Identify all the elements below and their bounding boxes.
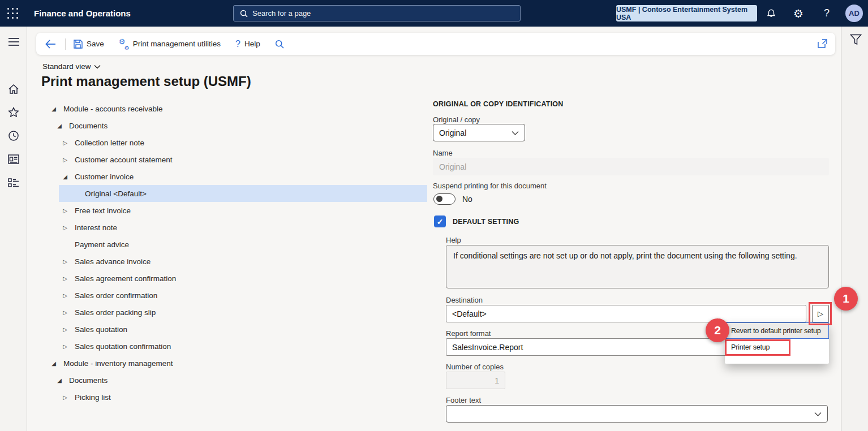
app-launcher-icon[interactable] <box>7 8 19 19</box>
original-copy-label: Original / copy <box>433 115 480 124</box>
context-menu-item[interactable]: Revert to default printer setup <box>725 322 829 339</box>
suspend-printing-value: No <box>462 195 472 204</box>
home-icon[interactable] <box>0 79 27 98</box>
tree-item-label: Sales advance invoice <box>75 257 151 266</box>
tree-item[interactable]: Original <Default> <box>59 185 427 202</box>
default-setting-checkbox[interactable]: ✓ <box>434 215 446 227</box>
chevron-down-icon <box>94 64 101 69</box>
workspaces-icon[interactable] <box>0 149 27 169</box>
destination-flyout-button[interactable]: ▷ <box>812 305 829 322</box>
tree-item[interactable]: ▷Interest note <box>59 219 427 236</box>
print-management-setup-screen: Finance and Operations Search for a page… <box>0 0 868 431</box>
tree-item-label: Customer invoice <box>75 173 134 181</box>
tree-collapsed-icon[interactable]: ▷ <box>61 140 69 146</box>
tree-item-label: Interest note <box>75 223 117 232</box>
recent-clock-icon[interactable] <box>0 126 27 145</box>
suspend-printing-label: Suspend printing for this document <box>433 182 547 190</box>
tree-item[interactable]: ◢Documents <box>59 117 427 134</box>
tree-item[interactable]: ▷Sales agreement confirmation <box>59 270 427 287</box>
tree-item[interactable]: ◢Module - accounts receivable <box>59 100 427 117</box>
help-question-icon[interactable]: ? <box>818 0 835 27</box>
open-in-new-window-icon[interactable] <box>818 39 827 48</box>
suspend-printing-toggle[interactable] <box>433 193 456 205</box>
toolbar-divider <box>65 38 66 50</box>
tree-collapsed-icon[interactable]: ▷ <box>61 394 69 400</box>
report-format-label: Report format <box>446 329 491 338</box>
navigation-rail <box>0 27 27 431</box>
save-button-label: Save <box>87 40 104 48</box>
hamburger-menu-icon[interactable] <box>0 32 27 51</box>
tree-expanded-icon[interactable]: ◢ <box>55 377 63 383</box>
tree-item-label: Picking list <box>75 393 111 402</box>
filter-pane-divider <box>841 27 841 431</box>
user-avatar[interactable]: AD <box>845 5 863 22</box>
utilities-button-label: Print management utilities <box>133 40 221 48</box>
print-management-utilities-button[interactable]: ⚙⚙ Print management utilities <box>119 39 221 49</box>
company-selector-button[interactable]: USMF | Contoso Entertainment System USA <box>616 5 757 21</box>
filter-funnel-icon[interactable] <box>849 33 862 46</box>
settings-gear-icon[interactable]: ⚙ <box>790 0 807 27</box>
tree-collapsed-icon[interactable]: ▷ <box>61 225 69 231</box>
tree-item[interactable]: Payment advice <box>59 236 427 253</box>
tree-collapsed-icon[interactable]: ▷ <box>61 326 69 333</box>
favorites-star-icon[interactable] <box>0 102 27 122</box>
view-selector-label: Standard view <box>42 62 91 71</box>
tree-expanded-icon[interactable]: ◢ <box>50 106 58 112</box>
tree-collapsed-icon[interactable]: ▷ <box>61 292 69 299</box>
tree-item[interactable]: ◢Customer invoice <box>59 168 427 185</box>
tree-collapsed-icon[interactable]: ▷ <box>61 208 69 214</box>
tree-item[interactable]: ▷Sales order confirmation <box>59 287 427 304</box>
footer-text-label: Footer text <box>446 396 481 404</box>
save-button[interactable]: Save <box>74 40 104 49</box>
tree-expanded-icon[interactable]: ◢ <box>55 123 63 129</box>
tree-collapsed-icon[interactable]: ▷ <box>61 343 69 350</box>
global-search-input[interactable]: Search for a page <box>233 5 521 21</box>
tree-item[interactable]: ▷Sales order packing slip <box>59 304 427 321</box>
name-label: Name <box>433 149 453 157</box>
tree-collapsed-icon[interactable]: ▷ <box>61 157 69 163</box>
tree-item[interactable]: ▷Sales advance invoice <box>59 253 427 270</box>
tree-item-label: Customer account statement <box>75 156 173 164</box>
help-button[interactable]: ? Help <box>235 39 260 49</box>
original-copy-value: Original <box>439 128 466 137</box>
back-arrow-icon[interactable] <box>45 40 56 49</box>
destination-field[interactable]: <Default> <box>446 305 806 322</box>
filter-pane-rail <box>841 27 868 431</box>
tree-item-label: Sales quotation confirmation <box>75 342 171 351</box>
tree-item[interactable]: ◢Module - inventory management <box>59 355 427 372</box>
tree-item[interactable]: ▷Free text invoice <box>59 202 427 219</box>
top-navigation-bar: Finance and Operations Search for a page… <box>0 0 868 27</box>
tree-item[interactable]: ▷Sales quotation confirmation <box>59 338 427 355</box>
tree-expanded-icon[interactable]: ◢ <box>61 174 69 180</box>
tree-item-label: Documents <box>69 376 108 385</box>
search-icon <box>240 10 248 18</box>
tree-item[interactable]: ▷Collection letter note <box>59 134 427 151</box>
number-of-copies-label: Number of copies <box>446 363 504 371</box>
original-copy-combobox[interactable]: Original <box>433 124 525 141</box>
tree-item-label: Sales order confirmation <box>75 291 157 300</box>
tree-collapsed-icon[interactable]: ▷ <box>61 275 69 282</box>
step-1-badge: 1 <box>834 287 858 311</box>
tree-item[interactable]: ▷Picking list <box>59 389 427 406</box>
tree-item-label: Collection letter note <box>75 139 144 147</box>
tree-item[interactable]: ▷Sales quotation <box>59 321 427 338</box>
tree-item-label: Payment advice <box>75 240 129 249</box>
toolbar-search-icon[interactable] <box>275 40 284 49</box>
tree-expanded-icon[interactable]: ◢ <box>50 360 58 367</box>
context-menu-item[interactable]: Printer setup <box>725 339 829 355</box>
action-pane: Save ⚙⚙ Print management utilities ? Hel… <box>36 33 835 55</box>
view-selector[interactable]: Standard view <box>42 62 101 71</box>
default-setting-heading: DEFAULT SETTING <box>453 218 519 226</box>
help-question-icon: ? <box>235 39 240 49</box>
toggle-knob <box>436 196 442 202</box>
tree-collapsed-icon[interactable]: ▷ <box>61 309 69 316</box>
tree-collapsed-icon[interactable]: ▷ <box>61 258 69 265</box>
tree-item[interactable]: ▷Customer account statement <box>59 151 427 168</box>
notifications-bell-icon[interactable] <box>763 0 780 27</box>
modules-list-icon[interactable] <box>0 173 27 192</box>
footer-text-combobox[interactable] <box>446 405 828 423</box>
page-title: Print management setup (USMF) <box>41 74 251 89</box>
tree-item-label: Module - inventory management <box>63 359 173 368</box>
help-button-label: Help <box>244 40 260 48</box>
tree-item[interactable]: ◢Documents <box>59 372 427 389</box>
